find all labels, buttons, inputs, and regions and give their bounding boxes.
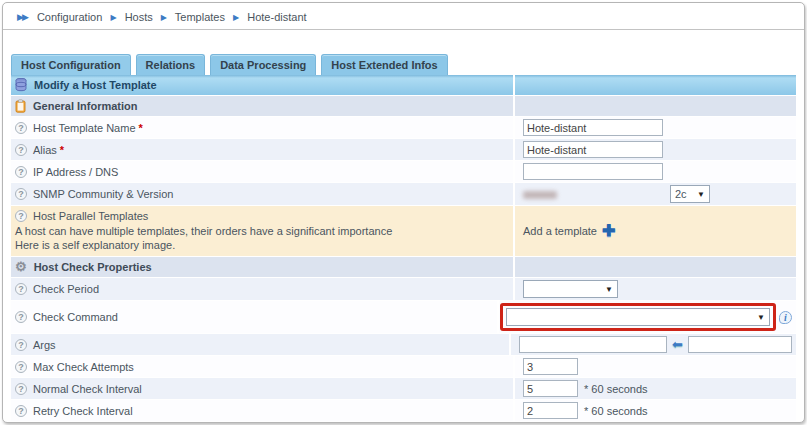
row-ip-address: ? IP Address / DNS (11, 161, 796, 183)
help-icon[interactable]: ? (15, 361, 27, 373)
row-host-parallel-templates: ? Host Parallel Templates A host can hav… (11, 206, 796, 257)
help-icon[interactable]: ? (15, 122, 27, 134)
chevron-down-icon: ▼ (757, 313, 765, 322)
arrow-left-icon[interactable]: ⬅ (672, 337, 683, 352)
parallel-templates-description-1: A host can have multiple templates, thei… (15, 224, 507, 238)
field-label: IP Address / DNS (33, 166, 118, 178)
row-check-period: ? Check Period ▼ (11, 278, 796, 301)
required-marker: * (139, 122, 143, 134)
args-input-2[interactable] (688, 336, 792, 353)
tab-host-configuration[interactable]: Host Configuration (11, 54, 131, 75)
help-icon[interactable]: ? (15, 311, 27, 323)
add-template-link[interactable]: Add a template ✚ (523, 225, 615, 237)
chevron-down-icon: ▼ (605, 285, 613, 294)
snmp-version-selected: 2c (675, 188, 687, 200)
add-template-label: Add a template (523, 225, 597, 237)
snmp-version-select[interactable]: 2c ▼ (670, 185, 710, 203)
help-icon[interactable]: ? (15, 188, 27, 200)
section-host-check-properties: ⚙ Host Check Properties (11, 257, 796, 278)
clipboard-icon (15, 99, 26, 113)
help-icon[interactable]: ? (15, 383, 27, 395)
breadcrumb-arrow-icon: ▶ (110, 13, 116, 22)
help-icon[interactable]: ? (15, 166, 27, 178)
row-max-check-attempts: ? Max Check Attempts (11, 356, 796, 378)
database-icon (15, 78, 27, 92)
breadcrumb-double-arrow-icon: ▶▶ (17, 12, 27, 22)
field-label: Normal Check Interval (33, 383, 142, 395)
breadcrumb: ▶▶ Configuration ▶ Hosts ▶ Templates ▶ H… (3, 3, 804, 30)
breadcrumb-item-hote-distant[interactable]: Hote-distant (247, 11, 306, 23)
breadcrumb-item-hosts[interactable]: Hosts (125, 11, 153, 23)
row-normal-check-interval: ? Normal Check Interval * 60 seconds (11, 378, 796, 400)
normal-check-interval-input[interactable] (523, 380, 578, 397)
tab-bar: Host Configuration Relations Data Proces… (11, 54, 804, 75)
parallel-templates-description-2: Here is a self explanatory image. (15, 238, 507, 252)
check-command-highlight: ▼ (500, 303, 776, 331)
snmp-community-input[interactable] (523, 189, 663, 199)
help-icon[interactable]: ? (15, 144, 27, 156)
alias-input[interactable] (523, 141, 663, 158)
host-template-form: Modify a Host Template General Informati… (11, 75, 796, 422)
field-label: Retry Check Interval (33, 405, 133, 417)
field-label: Check Command (33, 311, 118, 323)
gear-icon: ⚙ (15, 261, 27, 273)
breadcrumb-item-templates[interactable]: Templates (175, 11, 225, 23)
ip-address-input[interactable] (523, 163, 663, 180)
tab-relations[interactable]: Relations (136, 54, 206, 75)
field-label: Alias (33, 144, 57, 156)
form-title: Modify a Host Template (34, 79, 157, 91)
help-icon[interactable]: ? (15, 210, 27, 222)
max-check-attempts-input[interactable] (523, 358, 578, 375)
field-label: SNMP Community & Version (33, 188, 173, 200)
help-icon[interactable]: ? (15, 405, 27, 417)
interval-suffix: * 60 seconds (584, 383, 648, 395)
field-label: Check Period (33, 283, 99, 295)
redacted-community-value (523, 191, 557, 199)
info-icon[interactable]: i (779, 311, 792, 324)
interval-suffix: * 60 seconds (584, 405, 648, 417)
help-icon[interactable]: ? (15, 339, 27, 351)
help-icon[interactable]: ? (15, 283, 27, 295)
check-command-select[interactable]: ▼ (506, 308, 770, 326)
section-title: General Information (33, 100, 138, 112)
field-label: Host Template Name (33, 122, 136, 134)
section-general-information: General Information (11, 96, 796, 117)
field-label: Max Check Attempts (33, 361, 134, 373)
required-marker: * (60, 144, 64, 156)
tab-data-processing[interactable]: Data Processing (210, 54, 316, 75)
row-retry-check-interval: ? Retry Check Interval * 60 seconds (11, 400, 796, 422)
row-alias: ? Alias * (11, 139, 796, 161)
field-label: Args (33, 339, 56, 351)
row-check-command: ? Check Command ▼ i (11, 301, 796, 334)
args-input-1[interactable] (519, 336, 667, 353)
host-template-name-input[interactable] (523, 119, 663, 136)
field-label: Host Parallel Templates (33, 210, 148, 222)
chevron-down-icon: ▼ (697, 190, 705, 199)
section-title: Host Check Properties (34, 261, 152, 273)
check-period-select[interactable]: ▼ (523, 280, 618, 298)
form-header: Modify a Host Template (11, 75, 796, 96)
breadcrumb-arrow-icon: ▶ (161, 13, 167, 22)
row-snmp: ? SNMP Community & Version 2c ▼ (11, 183, 796, 206)
tab-host-extended-infos[interactable]: Host Extended Infos (321, 54, 447, 75)
breadcrumb-item-configuration[interactable]: Configuration (37, 11, 102, 23)
breadcrumb-arrow-icon: ▶ (233, 13, 239, 22)
page-frame: ▶▶ Configuration ▶ Hosts ▶ Templates ▶ H… (2, 2, 805, 423)
retry-check-interval-input[interactable] (523, 402, 578, 419)
row-host-template-name: ? Host Template Name * (11, 117, 796, 139)
row-args: ? Args ⬅ (11, 334, 796, 356)
plus-icon: ✚ (602, 226, 615, 236)
